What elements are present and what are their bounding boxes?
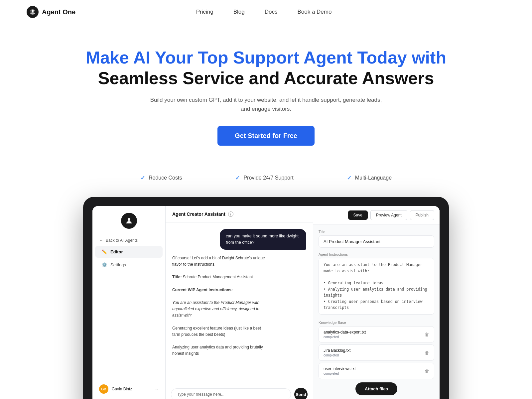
back-to-agents-link[interactable]: ← Back to All Agents (92, 235, 165, 245)
user-avatar: GB (99, 384, 108, 394)
nav-blog[interactable]: Blog (233, 9, 245, 15)
feature-label-3: Multi-Language (355, 175, 392, 181)
save-button[interactable]: Save (348, 210, 368, 220)
logout-icon[interactable]: → (154, 386, 159, 392)
logo-text: Agent One (42, 8, 75, 16)
editor-icon: ✏️ (102, 249, 107, 254)
nav-docs[interactable]: Docs (265, 9, 278, 15)
knowledge-base-section: Knowledge Base analytics-data-export.txt… (319, 321, 434, 395)
editor-toolbar: Save Preview Agent Publish (313, 206, 440, 224)
back-arrow-icon: ← (99, 238, 103, 243)
logo[interactable]: Agent One (27, 6, 75, 18)
send-button[interactable]: Send (294, 388, 308, 399)
editor-label: Editor (110, 249, 123, 254)
user-name: Gavin Bintz (112, 387, 151, 391)
nav-book-demo[interactable]: Book a Demo (297, 9, 332, 15)
kb-file-3-info: user-interviews.txt completed (324, 366, 356, 375)
check-icon-2: ✓ (235, 174, 240, 182)
chat-messages: can you make it sound more like dwight f… (166, 222, 313, 383)
svg-point-2 (128, 218, 130, 221)
chat-input[interactable] (171, 388, 291, 399)
chat-header-title: Agent Creator Assistant (172, 211, 225, 217)
kb-file-3-name: user-interviews.txt (324, 366, 356, 371)
sidebar-user-area: GB Gavin Bintz → (92, 379, 165, 399)
cta-button[interactable]: Get Started for Free (217, 126, 315, 146)
kb-file-2-delete[interactable]: 🗑 (425, 350, 429, 355)
instructions-textarea[interactable]: You are an assistant to the Product Mana… (319, 258, 434, 315)
title-input[interactable] (319, 235, 434, 248)
kb-file-1-name: analytics-data-export.txt (324, 330, 366, 334)
kb-file-1-info: analytics-data-export.txt completed (324, 330, 366, 339)
features-row: ✓ Reduce Costs ✓ Provide 24/7 Support ✓ … (0, 162, 532, 194)
sidebar-item-settings[interactable]: ⚙️ Settings (95, 259, 163, 271)
instructions-label: Agent Instructions (319, 252, 434, 256)
preview-agent-button[interactable]: Preview Agent (370, 210, 407, 220)
sidebar-logo-icon (121, 213, 137, 229)
editor-body: Title Agent Instructions You are an assi… (313, 224, 440, 399)
title-label: Title (319, 230, 434, 234)
device-mockup: ← Back to All Agents ✏️ Editor ⚙️ Settin… (83, 197, 449, 399)
check-icon-1: ✓ (140, 174, 145, 182)
check-icon-3: ✓ (347, 174, 352, 182)
device-wrapper: ← Back to All Agents ✏️ Editor ⚙️ Settin… (0, 194, 532, 399)
kb-file-1-status: completed (324, 335, 366, 339)
chat-panel: Agent Creator Assistant i can you make i… (166, 206, 313, 399)
kb-file-2-status: completed (324, 353, 350, 357)
sidebar: ← Back to All Agents ✏️ Editor ⚙️ Settin… (92, 206, 166, 399)
user-message-1: can you make it sound more like dwight f… (220, 229, 306, 250)
chat-input-area: Send (166, 383, 313, 399)
kb-file-1: analytics-data-export.txt completed 🗑 (319, 326, 434, 342)
nav-links: Pricing Blog Docs Book a Demo (196, 9, 332, 15)
feature-multilang: ✓ Multi-Language (347, 174, 392, 182)
kb-file-3: user-interviews.txt completed 🗑 (319, 363, 434, 379)
sidebar-logo (92, 213, 165, 229)
logo-icon (27, 6, 39, 18)
kb-label: Knowledge Base (319, 321, 434, 325)
hero-headline-blue: Make AI Your Top Support Agent Today wit… (86, 48, 446, 67)
settings-icon: ⚙️ (102, 262, 107, 267)
kb-file-2-name: Jira Backlog.txt (324, 348, 350, 353)
hero-headline: Make AI Your Top Support Agent Today wit… (27, 47, 505, 89)
device-inner: ← Back to All Agents ✏️ Editor ⚙️ Settin… (92, 206, 440, 399)
kb-file-3-delete[interactable]: 🗑 (425, 368, 429, 374)
feature-label-2: Provide 24/7 Support (243, 175, 293, 181)
hero-section: Make AI Your Top Support Agent Today wit… (0, 24, 532, 159)
kb-file-2-info: Jira Backlog.txt completed (324, 348, 350, 357)
chat-header: Agent Creator Assistant i (166, 206, 313, 222)
svg-point-0 (32, 10, 34, 12)
editor-panel: Save Preview Agent Publish Title Agent I… (313, 206, 440, 399)
feature-reduce-costs: ✓ Reduce Costs (140, 174, 182, 182)
assistant-message-1: Of course! Let's add a bit of Dwight Sch… (172, 255, 269, 357)
kb-file-2: Jira Backlog.txt completed 🗑 (319, 344, 434, 361)
back-label: Back to All Agents (106, 238, 138, 243)
sidebar-item-editor[interactable]: ✏️ Editor (95, 246, 163, 258)
settings-label: Settings (110, 262, 126, 267)
info-icon[interactable]: i (228, 211, 233, 217)
hero-subtext: Build your own custom GPT, add it to you… (150, 95, 382, 113)
navbar: Agent One Pricing Blog Docs Book a Demo (0, 0, 532, 24)
publish-button[interactable]: Publish (410, 210, 434, 220)
instructions-field-group: Agent Instructions You are an assistant … (319, 252, 434, 316)
attach-files-button[interactable]: Attach files (355, 382, 397, 395)
kb-file-1-delete[interactable]: 🗑 (425, 332, 429, 337)
feature-247: ✓ Provide 24/7 Support (235, 174, 293, 182)
kb-file-3-status: completed (324, 372, 356, 375)
feature-label-1: Reduce Costs (149, 175, 182, 181)
hero-headline-black: Seamless Service and Accurate Answers (98, 68, 434, 88)
title-field-group: Title (319, 230, 434, 248)
nav-pricing[interactable]: Pricing (196, 9, 213, 15)
